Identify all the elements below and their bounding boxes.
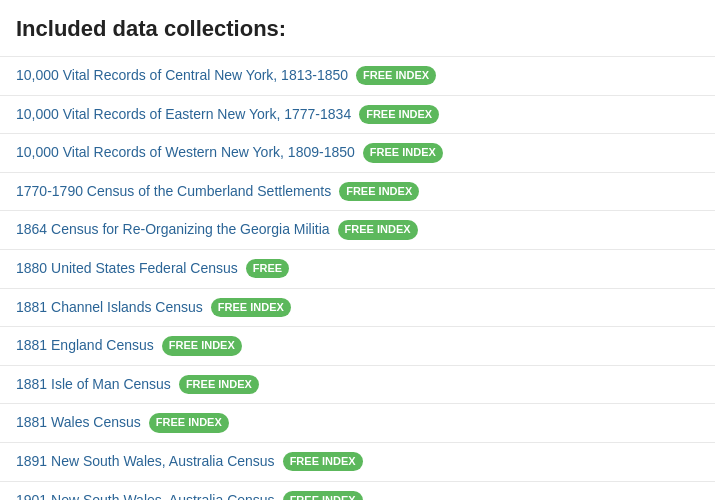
badge: FREE INDEX [283, 452, 363, 471]
list-item: 1881 Channel Islands CensusFREE INDEX [0, 288, 715, 327]
collection-list: 10,000 Vital Records of Central New York… [0, 56, 715, 500]
list-item: 10,000 Vital Records of Central New York… [0, 56, 715, 95]
list-item: 1901 New South Wales, Australia CensusFR… [0, 481, 715, 500]
page-title: Included data collections: [0, 16, 715, 56]
collection-link[interactable]: 1891 New South Wales, Australia Census [16, 452, 275, 472]
badge: FREE INDEX [339, 182, 419, 201]
list-item: 1864 Census for Re-Organizing the Georgi… [0, 210, 715, 249]
page-container: Included data collections: 10,000 Vital … [0, 0, 715, 500]
collection-link[interactable]: 1901 New South Wales, Australia Census [16, 491, 275, 500]
badge: FREE INDEX [338, 220, 418, 239]
collection-link[interactable]: 1770-1790 Census of the Cumberland Settl… [16, 182, 331, 202]
list-item: 10,000 Vital Records of Eastern New York… [0, 95, 715, 134]
list-item: 1881 Wales CensusFREE INDEX [0, 403, 715, 442]
collection-link[interactable]: 1880 United States Federal Census [16, 259, 238, 279]
collection-link[interactable]: 10,000 Vital Records of Central New York… [16, 66, 348, 86]
list-item: 10,000 Vital Records of Western New York… [0, 133, 715, 172]
badge: FREE INDEX [162, 336, 242, 355]
collection-link[interactable]: 1864 Census for Re-Organizing the Georgi… [16, 220, 330, 240]
badge: FREE [246, 259, 289, 278]
badge: FREE INDEX [283, 491, 363, 500]
list-item: 1880 United States Federal CensusFREE [0, 249, 715, 288]
collection-link[interactable]: 1881 Isle of Man Census [16, 375, 171, 395]
list-item: 1881 Isle of Man CensusFREE INDEX [0, 365, 715, 404]
badge: FREE INDEX [179, 375, 259, 394]
collection-link[interactable]: 1881 Channel Islands Census [16, 298, 203, 318]
collection-link[interactable]: 1881 Wales Census [16, 413, 141, 433]
collection-link[interactable]: 10,000 Vital Records of Eastern New York… [16, 105, 351, 125]
list-item: 1891 New South Wales, Australia CensusFR… [0, 442, 715, 481]
badge: FREE INDEX [211, 298, 291, 317]
badge: FREE INDEX [149, 413, 229, 432]
badge: FREE INDEX [359, 105, 439, 124]
list-item: 1770-1790 Census of the Cumberland Settl… [0, 172, 715, 211]
list-item: 1881 England CensusFREE INDEX [0, 326, 715, 365]
badge: FREE INDEX [363, 143, 443, 162]
collection-link[interactable]: 1881 England Census [16, 336, 154, 356]
badge: FREE INDEX [356, 66, 436, 85]
collection-link[interactable]: 10,000 Vital Records of Western New York… [16, 143, 355, 163]
